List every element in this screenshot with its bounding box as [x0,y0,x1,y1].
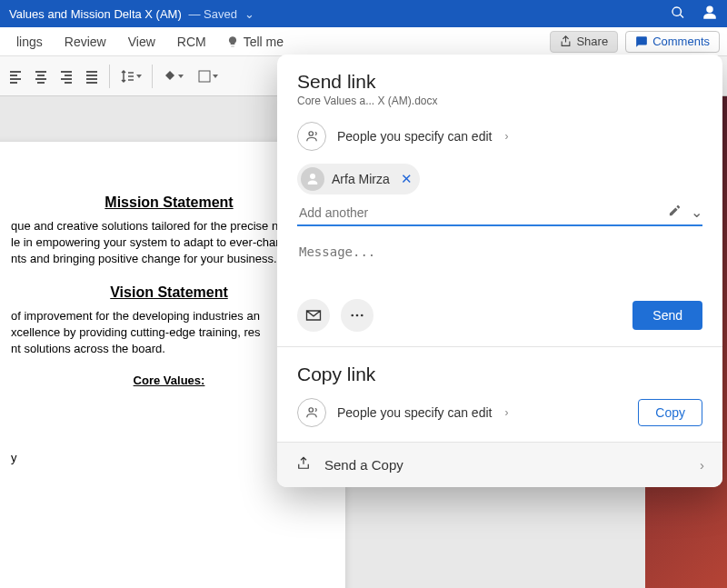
send-copy-icon [295,455,312,474]
recipient-name: Arfa Mirza [332,172,390,186]
send-a-copy-row[interactable]: Send a Copy › [277,442,722,487]
send-link-section: Send link Core Values a... X (AM).docx P… [277,55,722,346]
mail-icon[interactable] [297,299,330,332]
borders-icon[interactable] [194,66,222,86]
permissions-chevron-icon[interactable]: ⌄ [691,204,702,221]
title-bar: Values and Mission Delta X (AM) — Saved … [0,0,727,27]
tab-review[interactable]: Review [54,35,117,49]
doc-title: Values and Mission Delta X (AM) [9,7,182,21]
tab-rcm[interactable]: RCM [166,35,217,49]
align-justify-icon[interactable] [82,66,102,86]
share-popover: Send link Core Values a... X (AM).docx P… [277,55,722,487]
copy-link-section: Copy link People you specify can edit › … [277,347,722,442]
shading-icon[interactable] [160,66,187,86]
send-a-copy-label: Send a Copy [324,457,403,473]
copy-button[interactable]: Copy [638,399,702,426]
edit-pencil-icon[interactable] [668,204,682,221]
tab-view[interactable]: View [117,35,166,49]
permissions-icon [297,122,326,151]
add-recipient-row: ⌄ [297,204,702,226]
add-recipient-input[interactable] [297,204,659,221]
copy-link-title: Copy link [297,364,702,385]
svg-point-1 [351,314,354,317]
align-left-icon[interactable] [5,66,25,86]
svg-point-2 [356,314,359,317]
align-right-icon[interactable] [56,66,76,86]
title-chevron-icon[interactable]: ⌄ [244,7,254,21]
chevron-right-icon: › [504,130,508,143]
line-spacing-icon[interactable] [117,66,144,86]
chevron-right-icon: › [504,406,508,419]
tab-mailings[interactable]: lings [5,35,54,49]
svg-rect-0 [199,71,210,82]
tell-me[interactable]: Tell me [217,35,293,49]
share-label: Share [576,35,608,48]
search-icon[interactable] [671,5,685,23]
chevron-right-icon: › [700,457,704,473]
comments-label: Comments [652,35,710,48]
message-input[interactable] [297,243,702,295]
avatar-icon [301,167,324,191]
align-center-icon[interactable] [31,66,51,86]
permission-label: People you specify can edit [337,129,492,144]
tell-me-label: Tell me [244,35,284,49]
share-button[interactable]: Share [550,31,618,53]
ribbon-tabs: lings Review View RCM Tell me Share Comm… [0,27,727,56]
saved-status[interactable]: — Saved [188,7,236,21]
share-filename: Core Values a... X (AM).docx [297,95,702,107]
recipient-chip[interactable]: Arfa Mirza ✕ [297,164,420,194]
permission-row[interactable]: People you specify can edit › [297,122,702,151]
remove-recipient-icon[interactable]: ✕ [401,171,413,187]
comments-button[interactable]: Comments [625,31,720,53]
send-link-title: Send link [297,71,702,93]
svg-point-3 [361,314,364,317]
permissions-icon [297,398,326,427]
more-icon[interactable] [341,299,373,332]
copy-permission-label: People you specify can edit [337,405,492,420]
copy-permission-row[interactable]: People you specify can edit › [297,398,638,427]
people-icon[interactable] [702,5,718,24]
send-button[interactable]: Send [632,301,702,330]
title-text: Values and Mission Delta X (AM) — Saved … [9,7,654,21]
